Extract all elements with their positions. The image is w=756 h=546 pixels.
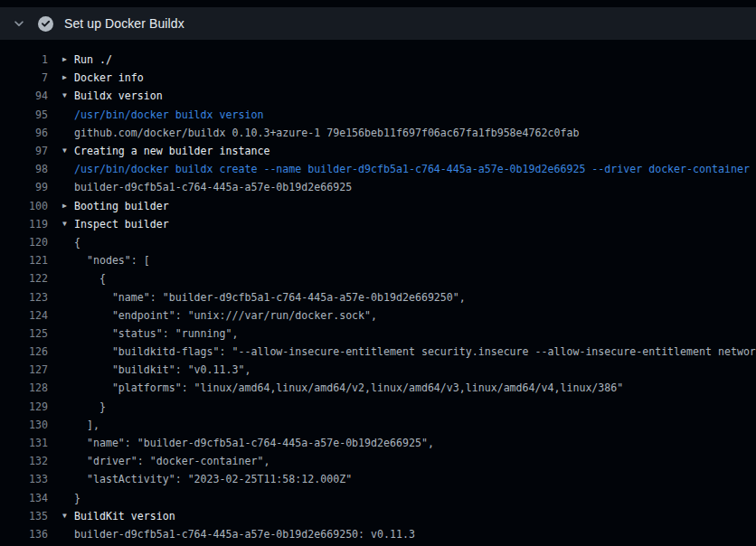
- log-line-output: 127 "buildkit": "v0.11.3",: [0, 361, 756, 379]
- log-line-output: 128 "platforms": "linux/amd64,linux/amd6…: [0, 379, 756, 397]
- line-number-link[interactable]: 99: [0, 181, 48, 193]
- log-line-text: {: [74, 236, 756, 249]
- log-line-output: 130 ],: [0, 416, 756, 434]
- log-line-text: /usr/bin/docker buildx create --name bui…: [74, 163, 756, 175]
- line-number-link[interactable]: 127: [0, 363, 48, 376]
- log-line-text: Run ./: [74, 53, 756, 66]
- log-line-text: "name": "builder-d9cfb5a1-c764-445a-a57e…: [74, 291, 756, 304]
- log-line-text: "nodes": [: [74, 254, 756, 267]
- log-line-group[interactable]: 97 ▼ Creating a new builder instance: [0, 142, 756, 160]
- line-number-link[interactable]: 125: [0, 327, 48, 340]
- log-line-text: Buildx version: [74, 89, 756, 102]
- triangle-expanded-icon: ▼: [48, 142, 74, 160]
- line-number-link[interactable]: 132: [0, 455, 48, 467]
- log-line-text: "endpoint": "unix:///var/run/docker.sock…: [74, 309, 756, 322]
- log-line-output: 99 builder-d9cfb5a1-c764-445a-a57e-0b19d…: [0, 178, 756, 196]
- line-number-link[interactable]: 131: [0, 437, 48, 449]
- log-line-text: builder-d9cfb5a1-c764-445a-a57e-0b19d2e6…: [74, 528, 756, 541]
- log-line-group[interactable]: 119 ▼ Inspect builder: [0, 215, 756, 233]
- log-line-output: 124 "endpoint": "unix:///var/run/docker.…: [0, 306, 756, 325]
- log-line-text: "status": "running",: [74, 327, 756, 340]
- log-line-output: 134 }: [0, 489, 756, 507]
- log-line-text: builder-d9cfb5a1-c764-445a-a57e-0b19d2e6…: [74, 181, 756, 193]
- log-line-text: BuildKit version: [74, 510, 756, 522]
- log-line-output: 129 }: [0, 398, 756, 416]
- log-line-group[interactable]: 100 ▶ Booting builder: [0, 197, 756, 215]
- log-line-output: 126 "buildkitd-flags": "--allow-insecure…: [0, 343, 756, 361]
- triangle-collapsed-icon: ▶: [48, 197, 74, 215]
- line-number-link[interactable]: 97: [0, 145, 48, 157]
- log-line-text: github.com/docker/buildx 0.10.3+azure-1 …: [74, 127, 756, 139]
- log-container: 1 ▶ Run ./ 7 ▶ Docker info 94 ▼ Buildx v…: [0, 51, 756, 546]
- log-line-output: 96 github.com/docker/buildx 0.10.3+azure…: [0, 124, 756, 142]
- triangle-expanded-icon: ▼: [48, 87, 74, 105]
- line-number-link[interactable]: 121: [0, 254, 48, 267]
- log-line-text: "platforms": "linux/amd64,linux/amd64/v2…: [74, 381, 756, 394]
- chevron-down-icon[interactable]: [12, 16, 26, 31]
- log-line-command: 98 /usr/bin/docker buildx create --name …: [0, 160, 756, 178]
- log-line-text: ],: [74, 419, 756, 431]
- line-number-link[interactable]: 126: [0, 345, 48, 358]
- line-number-link[interactable]: 1: [0, 53, 48, 66]
- log-line-text: }: [74, 492, 756, 504]
- line-number-link[interactable]: 100: [0, 200, 48, 212]
- triangle-expanded-icon: ▼: [48, 507, 74, 525]
- log-line-output: 136 builder-d9cfb5a1-c764-445a-a57e-0b19…: [0, 525, 756, 543]
- log-line-text: /usr/bin/docker buildx version: [74, 108, 756, 121]
- log-line-text: Booting builder: [74, 200, 756, 212]
- log-line-text: "driver": "docker-container",: [74, 455, 756, 467]
- log-line-output: 133 "lastActivity": "2023-02-25T11:58:12…: [0, 470, 756, 488]
- log-line-text: {: [74, 272, 756, 285]
- line-number-link[interactable]: 98: [0, 163, 48, 175]
- line-number-link[interactable]: 96: [0, 127, 48, 139]
- line-number-link[interactable]: 134: [0, 492, 48, 504]
- log-line-output: 122 {: [0, 269, 756, 287]
- log-line-group[interactable]: 135 ▼ BuildKit version: [0, 507, 756, 525]
- log-line-output: 125 "status": "running",: [0, 325, 756, 343]
- triangle-collapsed-icon: ▶: [48, 69, 74, 87]
- line-number-link[interactable]: 130: [0, 419, 48, 431]
- line-number-link[interactable]: 128: [0, 381, 48, 394]
- line-number-link[interactable]: 95: [0, 108, 48, 121]
- log-line-group[interactable]: 7 ▶ Docker info: [0, 69, 756, 87]
- line-number-link[interactable]: 124: [0, 309, 48, 322]
- line-number-link[interactable]: 133: [0, 473, 48, 485]
- log-line-text: }: [74, 400, 756, 413]
- line-number-link[interactable]: 129: [0, 400, 48, 413]
- triangle-expanded-icon: ▼: [48, 215, 74, 233]
- line-number-link[interactable]: 135: [0, 510, 48, 522]
- line-number-link[interactable]: 120: [0, 236, 48, 249]
- step-header[interactable]: Set up Docker Buildx: [0, 7, 756, 40]
- step-title: Set up Docker Buildx: [64, 16, 184, 31]
- log-line-text: "lastActivity": "2023-02-25T11:58:12.000…: [74, 473, 756, 485]
- line-number-link[interactable]: 94: [0, 89, 48, 102]
- log-line-command: 95 /usr/bin/docker buildx version: [0, 106, 756, 124]
- log-line-text: Inspect builder: [74, 218, 756, 231]
- line-number-link[interactable]: 7: [0, 71, 48, 84]
- log-line-text: Docker info: [74, 71, 756, 84]
- log-line-output: 123 "name": "builder-d9cfb5a1-c764-445a-…: [0, 287, 756, 306]
- triangle-collapsed-icon: ▶: [48, 51, 74, 69]
- log-line-group[interactable]: 1 ▶ Run ./: [0, 51, 756, 69]
- line-number-link[interactable]: 119: [0, 218, 48, 231]
- log-line-text: Creating a new builder instance: [74, 145, 756, 157]
- log-line-output: 132 "driver": "docker-container",: [0, 452, 756, 470]
- check-circle-icon: [38, 16, 53, 32]
- log-line-output: 121 "nodes": [: [0, 251, 756, 269]
- log-line-text: "buildkit": "v0.11.3",: [74, 363, 756, 376]
- log-line-text: "buildkitd-flags": "--allow-insecure-ent…: [74, 345, 756, 358]
- line-number-link[interactable]: 122: [0, 272, 48, 285]
- log-line-group[interactable]: 94 ▼ Buildx version: [0, 87, 756, 105]
- log-line-output: 131 "name": "builder-d9cfb5a1-c764-445a-…: [0, 434, 756, 452]
- log-line-output: 120 {: [0, 233, 756, 251]
- log-line-text: "name": "builder-d9cfb5a1-c764-445a-a57e…: [74, 437, 756, 449]
- line-number-link[interactable]: 123: [0, 291, 48, 304]
- line-number-link[interactable]: 136: [0, 528, 48, 541]
